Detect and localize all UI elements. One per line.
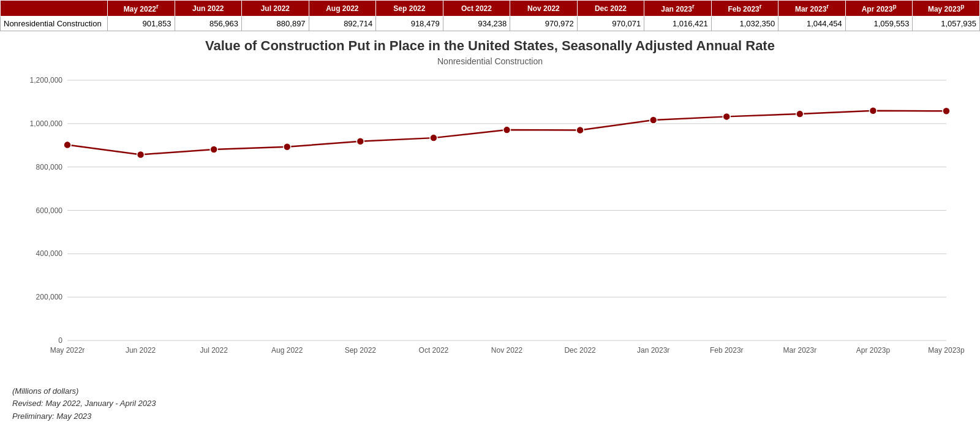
table-header: Jun 2022: [175, 1, 242, 17]
table-header: Sep 2022: [376, 1, 443, 17]
table-cell: 1,059,553: [845, 17, 913, 31]
data-table: May 2022rJun 2022Jul 2022Aug 2022Sep 202…: [0, 0, 980, 31]
svg-point-38: [869, 107, 876, 114]
table-cell: 1,016,421: [644, 17, 712, 31]
table-cell: 970,972: [510, 17, 578, 31]
svg-text:Sep 2022: Sep 2022: [345, 346, 377, 355]
table-header: Jan 2023r: [644, 1, 712, 17]
svg-point-32: [430, 134, 437, 141]
chart-svg: 0200,000400,000600,000800,0001,000,0001,…: [12, 71, 965, 377]
footer-line1: (Millions of dollars): [12, 385, 968, 398]
table-cell: 970,071: [577, 17, 644, 31]
table-cell: 901,853: [108, 17, 175, 31]
table-header: Nov 2022: [510, 1, 578, 17]
table-header: Jul 2022: [242, 1, 309, 17]
svg-point-33: [503, 126, 511, 134]
table-cell: 934,238: [443, 17, 510, 31]
svg-point-39: [943, 107, 950, 115]
table-header: Apr 2023p: [845, 1, 913, 17]
footer-line2: Revised: May 2022, January - April 2023: [12, 397, 968, 410]
svg-text:Feb 2023r: Feb 2023r: [710, 346, 744, 355]
chart-title: Value of Construction Put in Place in th…: [12, 37, 968, 55]
table-header: Aug 2022: [309, 1, 376, 17]
svg-point-36: [723, 113, 730, 120]
svg-text:Mar 2023r: Mar 2023r: [783, 346, 816, 355]
chart-container: Value of Construction Put in Place in th…: [12, 37, 968, 379]
svg-point-28: [137, 151, 145, 158]
table-cell: 918,479: [376, 17, 443, 31]
svg-text:200,000: 200,000: [36, 293, 63, 301]
svg-point-35: [650, 116, 657, 124]
svg-text:800,000: 800,000: [36, 162, 63, 171]
svg-point-31: [356, 137, 364, 145]
svg-text:Jun 2022: Jun 2022: [126, 346, 156, 355]
svg-point-34: [576, 126, 584, 134]
table-cell: 880,897: [242, 17, 309, 31]
svg-text:1,200,000: 1,200,000: [30, 76, 63, 85]
svg-text:600,000: 600,000: [36, 206, 63, 214]
table-header: May 2023p: [913, 1, 980, 17]
table-cell: 1,032,350: [711, 17, 778, 31]
svg-text:Oct 2022: Oct 2022: [419, 346, 449, 355]
svg-point-29: [210, 146, 217, 153]
svg-text:Jan 2023r: Jan 2023r: [637, 346, 669, 355]
table-cell: 856,963: [175, 17, 242, 31]
table-cell: 1,044,454: [778, 17, 846, 31]
svg-text:May 2022r: May 2022r: [50, 346, 85, 355]
table-header: Feb 2023r: [711, 1, 778, 17]
footer-line3: Preliminary: May 2023: [12, 410, 968, 423]
row-label: Nonresidential Construction: [1, 17, 108, 31]
svg-point-30: [284, 143, 291, 150]
table-header: Oct 2022: [443, 1, 510, 17]
table-cell: 1,057,935: [913, 17, 980, 31]
svg-text:400,000: 400,000: [36, 249, 63, 258]
chart-subtitle: Nonresidential Construction: [12, 56, 968, 66]
table-cell: 892,714: [309, 17, 376, 31]
svg-text:0: 0: [58, 336, 62, 345]
svg-text:May 2023p: May 2023p: [928, 346, 965, 355]
svg-point-27: [64, 141, 71, 148]
table-header: May 2022r: [108, 1, 175, 17]
svg-text:1,000,000: 1,000,000: [30, 119, 63, 127]
svg-text:Apr 2023p: Apr 2023p: [856, 346, 891, 355]
table-header: Mar 2023r: [778, 1, 846, 17]
svg-text:Aug 2022: Aug 2022: [271, 346, 303, 355]
chart-svg-wrapper: 0200,000400,000600,000800,0001,000,0001,…: [12, 71, 968, 379]
svg-text:Jul 2022: Jul 2022: [200, 346, 228, 355]
empty-header: [1, 1, 108, 17]
footer: (Millions of dollars) Revised: May 2022,…: [12, 385, 968, 423]
table-header: Dec 2022: [577, 1, 644, 17]
svg-text:Dec 2022: Dec 2022: [564, 346, 596, 355]
svg-text:Nov 2022: Nov 2022: [491, 346, 523, 355]
svg-point-37: [796, 110, 804, 118]
